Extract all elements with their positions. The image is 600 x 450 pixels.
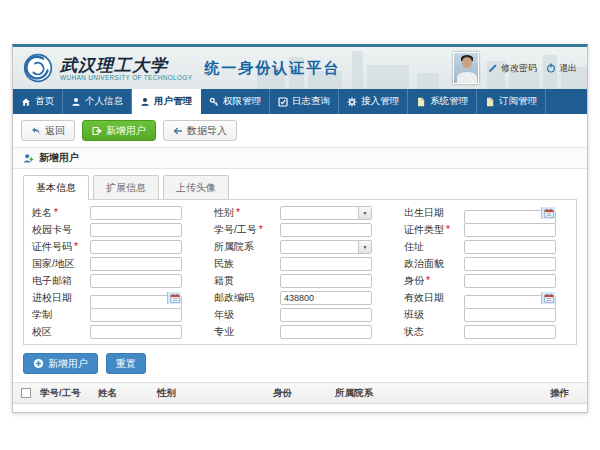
department-select[interactable]: ▼ bbox=[280, 240, 372, 254]
university-name-block: 武汉理工大学 WUHAN UNIVERSITY OF TECHNOLOGY bbox=[60, 56, 192, 81]
nav-tab-system-management[interactable]: 系统管理 bbox=[408, 89, 477, 114]
student-id-field[interactable] bbox=[280, 223, 372, 237]
campus-field[interactable] bbox=[90, 325, 182, 339]
valid-date-field bbox=[464, 291, 556, 305]
student-id-field-group: 学号/工号* bbox=[214, 223, 372, 237]
main-nav: 首页个人信息用户管理权限管理日志查询接入管理系统管理订阅管理 bbox=[13, 89, 587, 114]
field-label: 性别* bbox=[214, 206, 280, 220]
table-body-empty bbox=[13, 404, 587, 412]
field-label: 证件号码* bbox=[32, 240, 90, 254]
change-password-label: 修改密码 bbox=[501, 62, 537, 75]
field-label: 住址 bbox=[404, 240, 464, 254]
field-label: 民族 bbox=[214, 257, 280, 271]
id-number-field[interactable] bbox=[90, 240, 182, 254]
gender-select[interactable]: ▼ bbox=[280, 206, 372, 220]
add-user-toolbar-button[interactable]: 新增用户 bbox=[82, 120, 156, 141]
file-icon bbox=[485, 97, 495, 107]
major-field[interactable] bbox=[280, 325, 372, 339]
nav-tab-log-query[interactable]: 日志查询 bbox=[270, 89, 339, 114]
identity-field[interactable] bbox=[464, 274, 556, 288]
status-field[interactable] bbox=[464, 325, 556, 339]
nav-tab-permission-management[interactable]: 权限管理 bbox=[201, 89, 270, 114]
university-name-cn: 武汉理工大学 bbox=[60, 56, 192, 74]
id-number-field-group: 证件号码* bbox=[32, 240, 182, 254]
field-label: 专业 bbox=[214, 325, 280, 339]
dropdown-arrow-icon[interactable]: ▼ bbox=[358, 207, 371, 219]
select-all-checkbox[interactable] bbox=[21, 388, 31, 398]
log-icon bbox=[278, 97, 288, 107]
data-import-button[interactable]: 数据导入 bbox=[163, 120, 237, 141]
email-field-group: 电子邮箱 bbox=[32, 274, 182, 288]
field-label: 进校日期 bbox=[32, 291, 90, 305]
nav-tab-subscription-management[interactable]: 订阅管理 bbox=[477, 89, 546, 114]
native-place-field[interactable] bbox=[280, 274, 372, 288]
gender-select-group: 性别*▼ bbox=[214, 206, 372, 220]
nav-tab-user-management[interactable]: 用户管理 bbox=[132, 89, 201, 114]
political-status-field[interactable] bbox=[464, 257, 556, 271]
gear-icon bbox=[347, 97, 357, 107]
birth-date-field-group: 出生日期 bbox=[404, 206, 556, 220]
required-asterisk: * bbox=[426, 275, 430, 286]
home-icon bbox=[21, 97, 31, 107]
field-label: 校区 bbox=[32, 325, 90, 339]
nav-tab-label: 用户管理 bbox=[154, 95, 192, 108]
ethnicity-field[interactable] bbox=[280, 257, 372, 271]
tab-upload-avatar[interactable]: 上传头像 bbox=[163, 175, 229, 199]
back-button[interactable]: 返回 bbox=[21, 120, 75, 141]
data-import-label: 数据导入 bbox=[187, 125, 227, 136]
platform-title: 统一身份认证平台 bbox=[204, 59, 340, 78]
required-asterisk: * bbox=[446, 224, 450, 235]
submit-add-user-button[interactable]: 新增用户 bbox=[23, 353, 98, 374]
status-field-group: 状态 bbox=[404, 325, 556, 339]
required-asterisk: * bbox=[74, 241, 78, 252]
university-logo bbox=[23, 53, 53, 83]
field-label: 状态 bbox=[404, 325, 464, 339]
column-header-gender: 性别 bbox=[157, 387, 273, 400]
form-grid: 姓名*性别*▼出生日期校园卡号学号/工号*证件类型*证件号码*所属院系▼住址国家… bbox=[32, 206, 568, 339]
logout-label: 退出 bbox=[559, 62, 577, 75]
grade-field[interactable] bbox=[280, 308, 372, 322]
address-field-group: 住址 bbox=[404, 240, 556, 254]
address-field[interactable] bbox=[464, 240, 556, 254]
nav-tab-label: 系统管理 bbox=[430, 95, 468, 108]
add-user-section-icon bbox=[23, 153, 34, 164]
name-field[interactable] bbox=[90, 206, 182, 220]
reset-button[interactable]: 重置 bbox=[106, 353, 146, 374]
campus-field-group: 校区 bbox=[32, 325, 182, 339]
plus-circle-icon bbox=[33, 358, 44, 369]
calendar-icon[interactable] bbox=[541, 292, 555, 304]
schooling-length-field[interactable] bbox=[90, 308, 182, 322]
back-label: 返回 bbox=[45, 125, 65, 136]
calendar-icon[interactable] bbox=[167, 292, 181, 304]
field-label: 证件类型* bbox=[404, 223, 464, 237]
entry-date-field-group: 进校日期 bbox=[32, 291, 182, 305]
schooling-length-field-group: 学制 bbox=[32, 308, 182, 322]
nav-tab-home[interactable]: 首页 bbox=[13, 89, 63, 114]
field-label: 出生日期 bbox=[404, 206, 464, 220]
major-field-group: 专业 bbox=[214, 325, 372, 339]
postal-code-field[interactable] bbox=[280, 291, 372, 305]
country-region-field[interactable] bbox=[90, 257, 182, 271]
department-select-group: 所属院系▼ bbox=[214, 240, 372, 254]
class-field[interactable] bbox=[464, 308, 556, 322]
calendar-icon[interactable] bbox=[541, 207, 555, 219]
email-field[interactable] bbox=[90, 274, 182, 288]
user-avatar[interactable] bbox=[453, 52, 479, 84]
form-tabs: 基本信息 扩展信息 上传头像 bbox=[23, 175, 577, 199]
change-password-link[interactable]: 修改密码 bbox=[488, 62, 537, 75]
logout-link[interactable]: 退出 bbox=[546, 62, 577, 75]
nav-tab-profile[interactable]: 个人信息 bbox=[63, 89, 132, 114]
field-label: 国家/地区 bbox=[32, 257, 90, 271]
campus-card-field[interactable] bbox=[90, 223, 182, 237]
political-status-field-group: 政治面貌 bbox=[404, 257, 556, 271]
tab-extended-info[interactable]: 扩展信息 bbox=[93, 175, 159, 199]
column-header-student-id: 学号/工号 bbox=[40, 387, 98, 400]
dropdown-arrow-icon[interactable]: ▼ bbox=[358, 241, 371, 253]
tab-basic-info[interactable]: 基本信息 bbox=[23, 175, 89, 200]
nav-tab-access-management[interactable]: 接入管理 bbox=[339, 89, 408, 114]
required-asterisk: * bbox=[54, 207, 58, 218]
id-type-field[interactable] bbox=[464, 223, 556, 237]
nav-tab-label: 订阅管理 bbox=[499, 95, 537, 108]
id-type-field-group: 证件类型* bbox=[404, 223, 556, 237]
field-label: 电子邮箱 bbox=[32, 274, 90, 288]
